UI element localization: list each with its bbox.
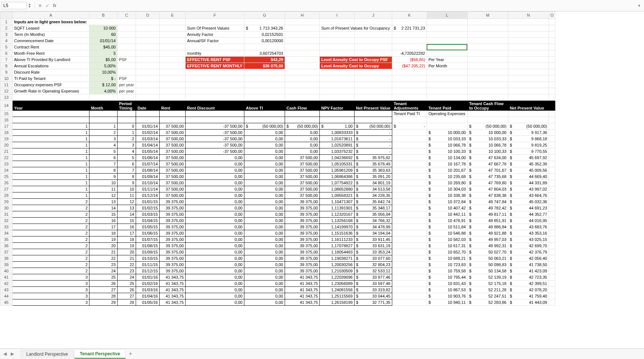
cell[interactable] [392, 31, 427, 38]
cell[interactable] [319, 94, 354, 101]
cell[interactable] [285, 111, 319, 117]
cell-cash-flow[interactable]: 39 375,00 [285, 230, 319, 236]
row-header-12[interactable]: 12 [0, 88, 13, 94]
cell[interactable] [319, 19, 354, 25]
cell-cash-flow[interactable]: 39 375,00 [285, 211, 319, 218]
cell-cash-flow[interactable]: 0,00 [285, 130, 319, 136]
cell-op-exp[interactable]: $10 033,33 [427, 136, 467, 142]
cell-npv2[interactable]: $41 423,09 [508, 268, 549, 274]
cell-tenant-adj[interactable] [392, 167, 427, 174]
cell-year[interactable]: 1 [13, 186, 89, 192]
cell[interactable] [467, 82, 508, 88]
cell-op-exp[interactable]: $10 940,11 [427, 299, 467, 306]
cell-tenant-adj[interactable] [392, 218, 427, 224]
cell[interactable] [319, 38, 354, 44]
cell-month[interactable]: 7 [89, 161, 118, 167]
cell-npv2[interactable]: $44 691,23 [508, 205, 549, 211]
cell-cash-flow[interactable]: 37 500,00 [285, 155, 319, 161]
cell-year[interactable]: 1 [13, 130, 89, 136]
cell-npv-factor[interactable]: 1,16111233 [319, 236, 354, 243]
cell-rent[interactable]: 37 500,00 [160, 123, 186, 130]
cell-rent-disc[interactable]: 0,00 [186, 268, 244, 274]
cell[interactable] [160, 117, 186, 123]
cell-op-exp[interactable]: $10 235,68 [427, 174, 467, 180]
cell-year[interactable]: 2 [13, 268, 89, 274]
cell-npv2[interactable]: $44 331,89 [508, 180, 549, 186]
cell[interactable] [549, 44, 555, 50]
cell-year[interactable]: 2 [13, 249, 89, 255]
cell-npv-factor[interactable]: 1,09558321 [319, 192, 354, 199]
column-header-L[interactable]: L [427, 12, 467, 19]
cell-cash-flow[interactable]: 39 375,00 [285, 224, 319, 230]
cell-cash-flow[interactable]: 39 375,00 [285, 268, 319, 274]
row-header-44[interactable]: 44 [0, 293, 13, 299]
select-all-corner[interactable] [0, 12, 13, 19]
cell-above-ti[interactable]: 0,00 [244, 136, 285, 142]
cell-date[interactable]: 01/05/15 [136, 224, 160, 230]
cell[interactable] [319, 31, 354, 38]
cell-year[interactable]: 1 [13, 174, 89, 180]
row-header-26[interactable]: 26 [0, 180, 13, 186]
cell[interactable] [118, 94, 136, 101]
row-header-1[interactable]: 1 [0, 19, 13, 25]
cell-npv2[interactable]: $9 868,18 [508, 136, 549, 142]
cell-period[interactable]: 5 [118, 155, 136, 161]
row-header-37[interactable]: 37 [0, 249, 13, 255]
cell[interactable] [89, 111, 118, 117]
cell[interactable] [244, 111, 285, 117]
cell-period[interactable]: 27 [118, 293, 136, 299]
row-header-2[interactable]: 2 [0, 25, 13, 31]
cell-cf-occupy[interactable]: $50 098,83 [467, 262, 508, 268]
cell-npv[interactable]: $34 194,04 [354, 230, 392, 236]
cell[interactable] [136, 111, 160, 117]
cell-date[interactable]: 01/12/15 [136, 268, 160, 274]
cell[interactable] [467, 69, 508, 76]
cell[interactable] [160, 111, 186, 117]
cell[interactable] [549, 117, 555, 123]
cell-tenant-adj[interactable] [392, 180, 427, 186]
cell-above-ti[interactable]: 0,00 [244, 236, 285, 243]
cell-cash-flow[interactable]: 39 375,00 [285, 255, 319, 262]
cell-npv2[interactable]: $42 699,70 [508, 243, 549, 249]
cell-above-ti[interactable]: 0,00 [244, 161, 285, 167]
cell[interactable] [467, 94, 508, 101]
cell-tenant-adj[interactable] [392, 192, 427, 199]
row-header-13[interactable]: 13 [0, 94, 13, 101]
cell-tenant-adj[interactable] [392, 255, 427, 262]
cell[interactable] [392, 94, 427, 101]
cell-date[interactable]: 01/11/14 [136, 186, 160, 192]
cell[interactable] [549, 19, 555, 25]
cancel-icon[interactable]: ✕ [37, 3, 43, 9]
row-header-27[interactable]: 27 [0, 186, 13, 192]
cell-cf-occupy[interactable]: $47 735,68 [467, 174, 508, 180]
cell-tenant-adj[interactable] [392, 243, 427, 249]
cell[interactable] [160, 44, 186, 50]
cell-date[interactable]: 01/07/14 [136, 161, 160, 167]
cell-cash-flow[interactable]: 41 343,75 [285, 287, 319, 293]
cell-cf-occupy[interactable]: $10 100,33 [467, 148, 508, 155]
cell-rent[interactable]: 39 375,00 [160, 236, 186, 243]
cell-above-ti[interactable]: 0,00 [244, 130, 285, 136]
cell-npv[interactable]: $33 631,19 [354, 243, 392, 249]
cell[interactable] [467, 38, 508, 44]
cell[interactable] [244, 76, 285, 82]
cell-rent-disc[interactable]: 0,00 [186, 211, 244, 218]
cell-month[interactable]: 16 [89, 218, 118, 224]
cell-tenant-adj[interactable] [392, 236, 427, 243]
cell[interactable] [319, 88, 354, 94]
cell-date[interactable]: 01/07/15 [136, 236, 160, 243]
cell-rent[interactable]: 39 375,00 [160, 211, 186, 218]
cell-tenant-adj[interactable] [392, 268, 427, 274]
row-header-29[interactable]: 29 [0, 199, 13, 205]
cell[interactable] [244, 82, 285, 88]
cell-rent-disc[interactable]: 0,00 [186, 249, 244, 255]
cell-op-exp[interactable]: $10 759,58 [427, 268, 467, 274]
cell-cash-flow[interactable]: 0,00 [285, 148, 319, 155]
cell[interactable] [319, 69, 354, 76]
cell-cf-occupy[interactable]: $(50 000,00) [467, 123, 508, 130]
cell[interactable] [508, 19, 549, 25]
cell-npv-factor[interactable]: 1,11391901 [319, 205, 354, 211]
cell-op-exp[interactable]: $10 688,21 [427, 255, 467, 262]
cell-cash-flow[interactable]: 39 375,00 [285, 243, 319, 249]
cell-rent-disc[interactable]: -37 500,00 [186, 148, 244, 155]
